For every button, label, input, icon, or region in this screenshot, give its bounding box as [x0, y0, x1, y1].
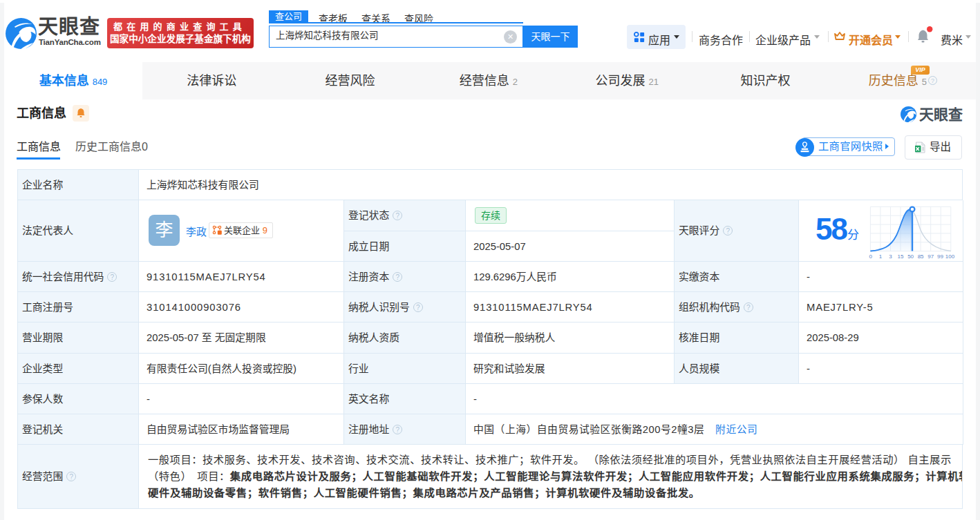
svg-text:3: 3	[889, 253, 892, 260]
svg-text:97: 97	[927, 253, 934, 260]
svg-text:0: 0	[869, 253, 873, 260]
svg-text:15: 15	[898, 253, 904, 260]
svg-text:85: 85	[918, 253, 924, 260]
svg-text:100: 100	[945, 253, 955, 260]
svg-text:50: 50	[907, 253, 914, 260]
svg-text:1: 1	[879, 253, 883, 260]
svg-text:99: 99	[937, 253, 943, 260]
